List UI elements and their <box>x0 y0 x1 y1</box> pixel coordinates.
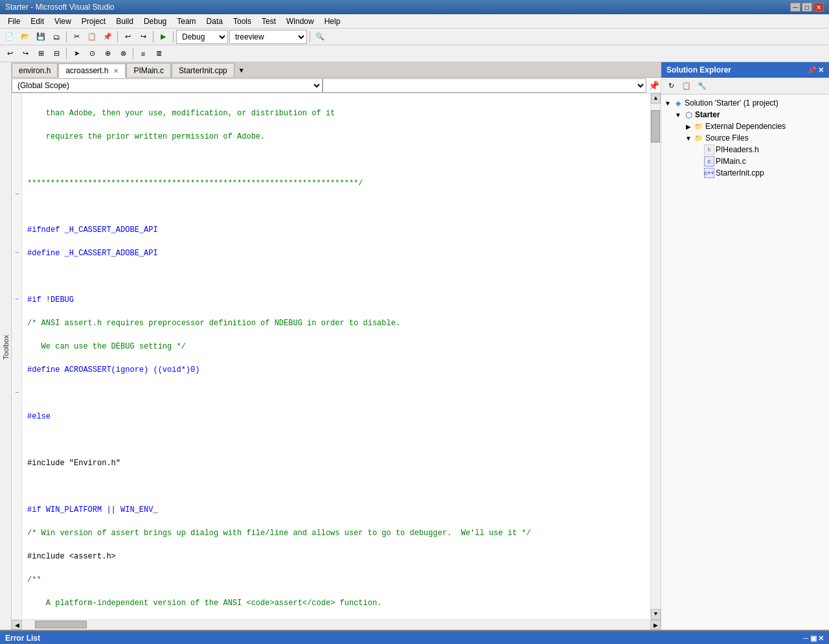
tb2-btn9[interactable]: ≡ <box>136 47 150 61</box>
expand-starter[interactable]: ▼ <box>673 109 683 120</box>
code-line <box>27 201 645 213</box>
icon-solution: ◈ <box>673 98 683 108</box>
scope-dropdown[interactable]: (Global Scope) <box>12 78 323 93</box>
se-close-btn[interactable]: ✕ <box>818 66 824 75</box>
editor-hscrollbar: ◀ ▶ <box>12 619 661 630</box>
code-line: requires the prior written permission of… <box>27 131 645 143</box>
fold21 <box>12 329 22 341</box>
menu-file[interactable]: File <box>3 16 25 27</box>
start-btn[interactable]: ▶ <box>156 30 170 44</box>
tree-item-ext-deps[interactable]: ▶ 📁 External Dependencies <box>661 121 829 132</box>
undo-btn[interactable]: ↩ <box>120 30 135 44</box>
vscroll-thumb[interactable] <box>651 110 660 143</box>
menu-build[interactable]: Build <box>111 16 139 27</box>
menu-window[interactable]: Window <box>281 16 319 27</box>
tab-arrow[interactable]: ▼ <box>235 63 248 77</box>
symbol-dropdown[interactable] <box>323 78 646 93</box>
menu-test[interactable]: Test <box>256 16 281 27</box>
tab-starterinit-cpp[interactable]: StarterInit.cpp <box>172 63 234 77</box>
find-btn[interactable]: 🔍 <box>313 30 327 44</box>
editor-vscrollbar: ▲ ▼ <box>650 93 661 619</box>
code-editor: − − − − <box>12 93 661 619</box>
tab-environ-h-label: environ.h <box>19 66 51 75</box>
tb2-btn6[interactable]: ⊙ <box>85 47 99 61</box>
hscroll-thumb[interactable] <box>35 621 87 628</box>
debug-config-dropdown[interactable]: Debug <box>176 30 228 44</box>
redo-btn[interactable]: ↪ <box>136 30 150 44</box>
error-panel-header: Error List ─ ▣ ✕ <box>0 631 829 644</box>
se-show-all-btn[interactable]: 📋 <box>679 79 694 93</box>
save-all-btn[interactable]: 🗂 <box>49 30 63 44</box>
tab-acroassert-close[interactable]: ✕ <box>113 67 119 75</box>
tb2-btn10[interactable]: ≣ <box>152 47 166 61</box>
fold2 <box>12 108 22 119</box>
code-line: #else <box>27 411 645 422</box>
fold5 <box>12 143 22 154</box>
menu-edit[interactable]: Edit <box>25 16 49 27</box>
vscroll-down[interactable]: ▼ <box>651 609 661 619</box>
solution-explorer: Solution Explorer 📌 ✕ ↻ 📋 🔧 ▼ ◈ Solution… <box>661 62 829 630</box>
tb2-btn5[interactable]: ➤ <box>69 47 84 61</box>
code-content[interactable]: than Adobe, then your use, modification,… <box>22 93 650 619</box>
se-title: Solution Explorer <box>666 65 731 75</box>
tb2-btn3[interactable]: ⊞ <box>34 47 48 61</box>
label-starter: Starter <box>695 110 720 119</box>
tree-item-solution[interactable]: ▼ ◈ Solution 'Starter' (1 project) <box>661 97 829 109</box>
fold19 <box>12 306 22 317</box>
sep3 <box>153 31 153 43</box>
platform-dropdown[interactable]: treeview <box>229 30 307 44</box>
close-button[interactable]: ✕ <box>813 3 824 12</box>
sep7 <box>133 48 133 60</box>
tab-pimain-c[interactable]: PIMain.c <box>126 63 171 77</box>
editor-se-row: environ.h acroassert.h ✕ PIMain.c Starte… <box>12 62 829 630</box>
tree-item-pimain[interactable]: c PIMain.c <box>661 155 829 167</box>
expand-src-files[interactable]: ▼ <box>683 133 694 143</box>
hscroll-right[interactable]: ▶ <box>650 620 661 630</box>
menu-view[interactable]: View <box>49 16 76 27</box>
tb2-btn2[interactable]: ↪ <box>18 47 32 61</box>
se-pin-btn[interactable]: 📌 <box>808 66 817 75</box>
fold16 <box>12 271 22 282</box>
se-refresh-btn[interactable]: ↻ <box>664 79 678 93</box>
new-project-btn[interactable]: 📄 <box>3 30 17 44</box>
expand-ext-deps[interactable]: ▶ <box>683 121 694 132</box>
tree-item-src-files[interactable]: ▼ 📁 Source Files <box>661 132 829 144</box>
vscroll-up[interactable]: ▲ <box>651 93 661 104</box>
toolbox[interactable]: Toolbox <box>0 62 12 630</box>
hscroll-left[interactable]: ◀ <box>12 620 22 630</box>
se-properties-btn[interactable]: 🔧 <box>695 79 709 93</box>
expand-solution[interactable]: ▼ <box>663 98 673 108</box>
menu-project[interactable]: Project <box>76 16 111 27</box>
tab-acroassert-h[interactable]: acroassert.h ✕ <box>58 63 126 78</box>
minimize-button[interactable]: ─ <box>790 3 801 12</box>
tb2-btn4[interactable]: ⊟ <box>49 47 63 61</box>
menu-help[interactable]: Help <box>319 16 346 27</box>
copy-btn[interactable]: 📋 <box>85 30 99 44</box>
tree-item-starter[interactable]: ▼ ⬡ Starter <box>661 109 829 121</box>
fold13 <box>12 236 22 247</box>
menu-tools[interactable]: Tools <box>228 16 256 27</box>
tab-acroassert-h-label: acroassert.h <box>65 66 108 75</box>
error-panel-close[interactable]: ✕ <box>818 634 824 643</box>
menu-data[interactable]: Data <box>201 16 228 27</box>
tb2-btn1[interactable]: ↩ <box>3 47 17 61</box>
menu-debug[interactable]: Debug <box>139 16 172 27</box>
fold29 <box>12 422 22 434</box>
tab-environ-h[interactable]: environ.h <box>12 63 58 77</box>
menu-team[interactable]: Team <box>172 16 201 27</box>
icon-ext-deps: 📁 <box>694 121 704 132</box>
fold4 <box>12 131 22 143</box>
paste-btn[interactable]: 📌 <box>100 30 115 44</box>
fold20 <box>12 317 22 329</box>
error-panel-resize[interactable]: ─ ▣ <box>803 634 817 643</box>
scope-pin[interactable]: 📌 <box>646 78 661 93</box>
code-line <box>27 154 645 166</box>
tb2-btn8[interactable]: ⊗ <box>116 47 130 61</box>
tree-item-piheaders[interactable]: h PIHeaders.h <box>661 144 829 155</box>
tree-item-starterinit[interactable]: c++ StarterInit.cpp <box>661 167 829 179</box>
save-btn[interactable]: 💾 <box>34 30 48 44</box>
tb2-btn7[interactable]: ⊕ <box>100 47 115 61</box>
open-btn[interactable]: 📂 <box>18 30 32 44</box>
cut-btn[interactable]: ✂ <box>69 30 84 44</box>
maximize-button[interactable]: □ <box>802 3 812 12</box>
